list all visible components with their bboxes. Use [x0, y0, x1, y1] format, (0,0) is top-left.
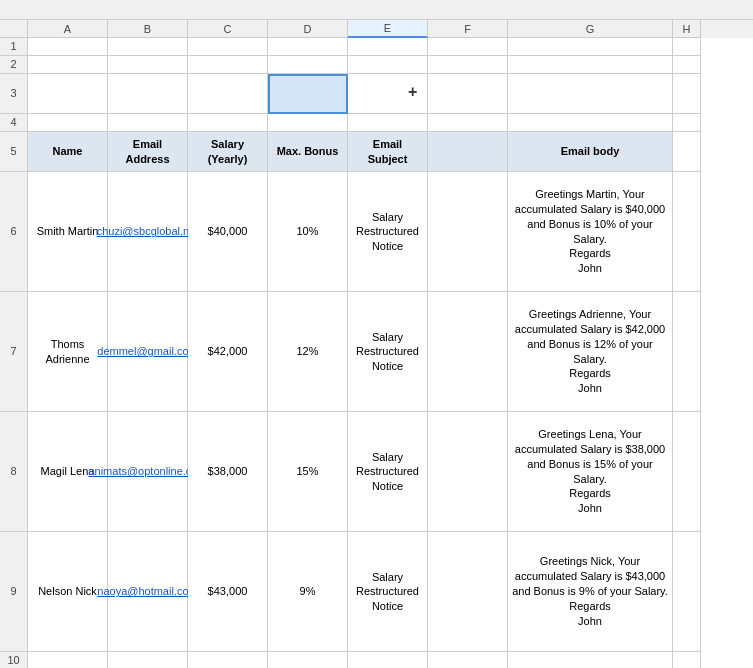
- cell-b3[interactable]: [108, 74, 188, 114]
- spreadsheet-rows: 1 2 3: [0, 38, 753, 668]
- header-subject: Email Subject: [348, 132, 428, 172]
- rownum-7: 7: [0, 292, 28, 412]
- cell-f10[interactable]: [428, 652, 508, 668]
- col-header-e[interactable]: E: [348, 20, 428, 38]
- cell-c2[interactable]: [188, 56, 268, 74]
- cell-d4[interactable]: [268, 114, 348, 132]
- cell-subject-1[interactable]: Salary Restructured Notice: [348, 172, 428, 292]
- row-1: 1: [0, 38, 753, 56]
- cell-f2[interactable]: [428, 56, 508, 74]
- rownum-3: 3: [0, 74, 28, 114]
- col-header-a[interactable]: A: [28, 20, 108, 38]
- row-7: 7 Thoms Adrienne demmel@gmail.com $42,00…: [0, 292, 753, 412]
- cell-d10[interactable]: [268, 652, 348, 668]
- cell-d1[interactable]: [268, 38, 348, 56]
- cell-email-2[interactable]: demmel@gmail.com: [108, 292, 188, 412]
- cell-subject-4[interactable]: Salary Restructured Notice: [348, 532, 428, 652]
- cell-h6[interactable]: [673, 172, 701, 292]
- cell-salary-3[interactable]: $38,000: [188, 412, 268, 532]
- cell-f4[interactable]: [428, 114, 508, 132]
- row-5-header: 5 Name Email Address Salary (Yearly) Max…: [0, 132, 753, 172]
- cell-salary-4[interactable]: $43,000: [188, 532, 268, 652]
- cell-f3[interactable]: [428, 74, 508, 114]
- cell-f8[interactable]: [428, 412, 508, 532]
- cell-d3[interactable]: [268, 74, 348, 114]
- cell-salary-2[interactable]: $42,000: [188, 292, 268, 412]
- rownum-1: 1: [0, 38, 28, 56]
- cell-h3[interactable]: [673, 74, 701, 114]
- cell-h1[interactable]: [673, 38, 701, 56]
- cell-bonus-1[interactable]: 10%: [268, 172, 348, 292]
- cell-f7[interactable]: [428, 292, 508, 412]
- cell-body-3[interactable]: Greetings Lena, Your accumulated Salary …: [508, 412, 673, 532]
- cell-c1[interactable]: [188, 38, 268, 56]
- cell-g2[interactable]: [508, 56, 673, 74]
- rownum-4: 4: [0, 114, 28, 132]
- rownum-6: 6: [0, 172, 28, 292]
- cell-name-4[interactable]: Nelson Nick: [28, 532, 108, 652]
- cell-bonus-2[interactable]: 12%: [268, 292, 348, 412]
- cell-g1[interactable]: [508, 38, 673, 56]
- cell-g4[interactable]: [508, 114, 673, 132]
- cell-f1[interactable]: [428, 38, 508, 56]
- cell-email-3[interactable]: animats@optonline.com: [108, 412, 188, 532]
- cell-salary-1[interactable]: $40,000: [188, 172, 268, 292]
- cell-h5[interactable]: [673, 132, 701, 172]
- cell-a2[interactable]: [28, 56, 108, 74]
- cell-h4[interactable]: [673, 114, 701, 132]
- cell-e1[interactable]: [348, 38, 428, 56]
- header-name: Name: [28, 132, 108, 172]
- col-header-h[interactable]: H: [673, 20, 701, 38]
- rownum-8: 8: [0, 412, 28, 532]
- header-salary: Salary (Yearly): [188, 132, 268, 172]
- cell-body-1[interactable]: Greetings Martin, Your accumulated Salar…: [508, 172, 673, 292]
- cell-c10[interactable]: [188, 652, 268, 668]
- cell-h10[interactable]: [673, 652, 701, 668]
- rownum-9: 9: [0, 532, 28, 652]
- cell-email-4[interactable]: naoya@hotmail.com: [108, 532, 188, 652]
- cell-subject-3[interactable]: Salary Restructured Notice: [348, 412, 428, 532]
- cell-h2[interactable]: [673, 56, 701, 74]
- cell-b2[interactable]: [108, 56, 188, 74]
- cell-a1[interactable]: [28, 38, 108, 56]
- cell-b1[interactable]: [108, 38, 188, 56]
- cell-bonus-4[interactable]: 9%: [268, 532, 348, 652]
- cell-a4[interactable]: [28, 114, 108, 132]
- cell-b10[interactable]: [108, 652, 188, 668]
- cell-body-4[interactable]: Greetings Nick, Your accumulated Salary …: [508, 532, 673, 652]
- spreadsheet: A B C D E F G H 1 2: [0, 0, 753, 668]
- cell-h8[interactable]: [673, 412, 701, 532]
- col-header-g[interactable]: G: [508, 20, 673, 38]
- row-10: 10: [0, 652, 753, 668]
- cell-c3[interactable]: [188, 74, 268, 114]
- cell-e2[interactable]: [348, 56, 428, 74]
- cell-b4[interactable]: [108, 114, 188, 132]
- cell-h9[interactable]: [673, 532, 701, 652]
- cell-email-1[interactable]: chuzi@sbcglobal.net: [108, 172, 188, 292]
- header-bonus: Max. Bonus: [268, 132, 348, 172]
- col-header-b[interactable]: B: [108, 20, 188, 38]
- rownum-2: 2: [0, 56, 28, 74]
- col-header-c[interactable]: C: [188, 20, 268, 38]
- cell-f6[interactable]: [428, 172, 508, 292]
- cell-a3[interactable]: [28, 74, 108, 114]
- cell-d2[interactable]: [268, 56, 348, 74]
- cell-a10[interactable]: [28, 652, 108, 668]
- cell-g3[interactable]: [508, 74, 673, 114]
- row-3: 3: [0, 74, 753, 114]
- cursor-plus-icon: +: [408, 83, 417, 101]
- cell-name-2[interactable]: Thoms Adrienne: [28, 292, 108, 412]
- cell-e10[interactable]: [348, 652, 428, 668]
- cell-g10[interactable]: [508, 652, 673, 668]
- cell-body-2[interactable]: Greetings Adrienne, Your accumulated Sal…: [508, 292, 673, 412]
- cell-h7[interactable]: [673, 292, 701, 412]
- column-headers: A B C D E F G H: [0, 20, 753, 38]
- col-header-f[interactable]: F: [428, 20, 508, 38]
- cell-c4[interactable]: [188, 114, 268, 132]
- cell-subject-2[interactable]: Salary Restructured Notice: [348, 292, 428, 412]
- col-header-d[interactable]: D: [268, 20, 348, 38]
- cell-f9[interactable]: [428, 532, 508, 652]
- header-email: Email Address: [108, 132, 188, 172]
- cell-e4[interactable]: [348, 114, 428, 132]
- cell-bonus-3[interactable]: 15%: [268, 412, 348, 532]
